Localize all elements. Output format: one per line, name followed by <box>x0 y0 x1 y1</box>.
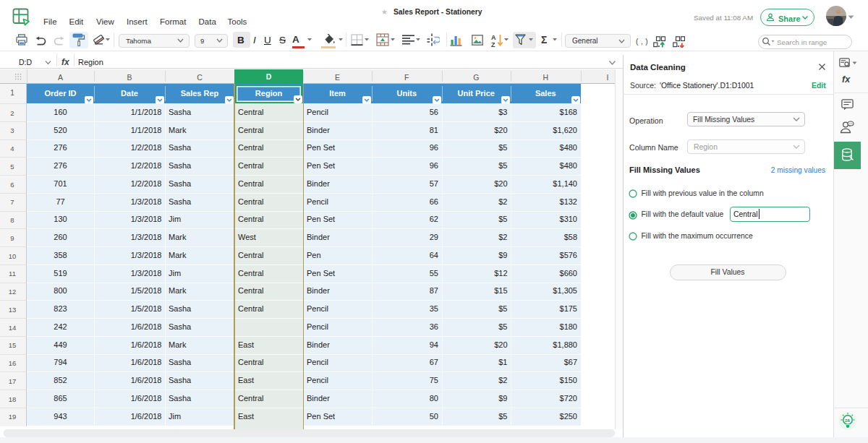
svg-text:za: za <box>845 418 850 423</box>
svg-text:A: A <box>491 34 496 41</box>
svg-text:Z: Z <box>491 41 495 48</box>
